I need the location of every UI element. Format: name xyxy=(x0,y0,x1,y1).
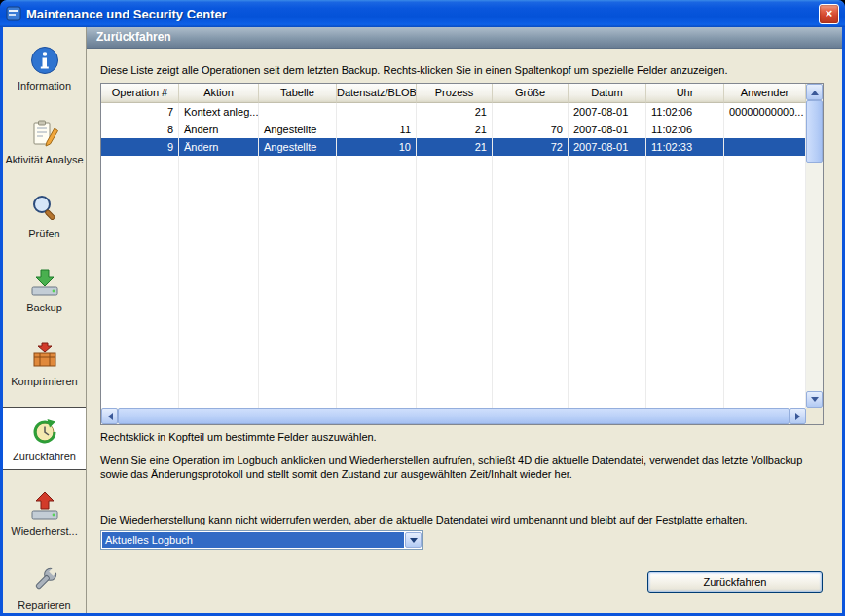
column-header-datensatz[interactable]: Datensatz/BLOB xyxy=(337,84,417,103)
table-cell: 2007-08-01 xyxy=(569,138,646,156)
column-header-anwender[interactable]: Anwender xyxy=(724,84,806,103)
scroll-left-button[interactable] xyxy=(101,408,118,424)
zurueckfahren-button[interactable]: Zurückfahren xyxy=(647,571,823,593)
arrow-up-icon xyxy=(811,87,819,95)
table-empty-area xyxy=(101,156,806,408)
info-icon xyxy=(28,44,61,77)
table-cell: 11:02:06 xyxy=(646,121,724,138)
sidebar-item-wiederherstellen[interactable]: Wiederherst... xyxy=(3,483,86,544)
column-header-prozess[interactable]: Prozess xyxy=(417,84,493,103)
column-header-aktion[interactable]: Aktion xyxy=(179,84,259,103)
table-cell: 2007-08-01 xyxy=(569,121,646,138)
table-cell: 8 xyxy=(101,121,179,138)
sidebar-item-reparieren[interactable]: Reparieren xyxy=(3,557,86,616)
vertical-scroll-thumb[interactable] xyxy=(806,100,823,163)
table-cell: 10 xyxy=(337,138,417,156)
description-text: Diese Liste zeigt alle Operationen seit … xyxy=(100,64,828,76)
table-cell: Angestellte xyxy=(259,121,337,138)
sidebar-item-aktivitaet-analyse[interactable]: Aktivität Analyse xyxy=(3,111,86,172)
table-cell: 7 xyxy=(101,103,179,121)
sidebar-item-label: Backup xyxy=(26,302,62,313)
title-bar: Maintenance und Security Center × xyxy=(0,0,845,27)
sidebar-item-komprimieren[interactable]: Komprimieren xyxy=(3,333,86,394)
header-hint-text: Rechtsklick in Kopfteil um bestimmte Fel… xyxy=(100,431,828,443)
rollback-icon xyxy=(28,415,61,448)
sidebar-item-label: Aktivität Analyse xyxy=(5,154,83,165)
vertical-scrollbar[interactable] xyxy=(806,84,823,408)
column-header-uhr[interactable]: Uhr xyxy=(646,84,724,103)
column-header-datum[interactable]: Datum xyxy=(569,84,646,103)
scroll-right-button[interactable] xyxy=(790,408,806,424)
column-header-groesse[interactable]: Größe xyxy=(493,84,569,103)
backup-icon xyxy=(28,266,61,299)
sidebar-item-label: Wiederherst... xyxy=(11,525,77,537)
table-cell: 2007-08-01 xyxy=(569,103,646,121)
sidebar-item-label: Information xyxy=(18,80,71,91)
restore-icon xyxy=(28,489,61,523)
repair-wrench-icon xyxy=(28,563,61,597)
page-title: Zurückfahren xyxy=(96,30,171,44)
window-title: Maintenance und Security Center xyxy=(26,7,814,21)
sidebar: Information Aktivität Analyse Prüfen Bac… xyxy=(3,27,87,613)
scroll-up-button[interactable] xyxy=(806,84,823,100)
scrollbar-corner xyxy=(806,408,823,424)
table-cell: 9 xyxy=(101,138,179,156)
sidebar-item-pruefen[interactable]: Prüfen xyxy=(3,185,86,246)
main-content: Zurückfahren Diese Liste zeigt alle Oper… xyxy=(87,27,842,613)
page-header: Zurückfahren xyxy=(87,27,842,49)
table-header-row: Operation # Aktion Tabelle Datensatz/BLO… xyxy=(101,84,806,103)
sidebar-item-label: Komprimieren xyxy=(11,376,77,387)
scroll-down-button[interactable] xyxy=(806,391,823,408)
app-icon xyxy=(6,6,21,21)
operations-table: Operation # Aktion Tabelle Datensatz/BLO… xyxy=(100,83,824,425)
table-cell: 11 xyxy=(337,121,417,138)
arrow-left-icon xyxy=(104,413,113,420)
column-header-tabelle[interactable]: Tabelle xyxy=(259,84,337,103)
table-cell: 21 xyxy=(417,121,493,138)
close-button[interactable]: × xyxy=(819,4,839,24)
compact-icon xyxy=(28,340,61,373)
table-cell xyxy=(724,138,806,156)
table-cell: 70 xyxy=(493,121,569,138)
table-cell xyxy=(724,121,806,138)
restore-warning-text: Die Wiederherstellung kann nicht widerru… xyxy=(100,513,832,526)
table-cell: 72 xyxy=(493,138,569,156)
chevron-down-icon xyxy=(410,538,418,547)
maintenance-security-window: Maintenance und Security Center × Inform… xyxy=(0,0,845,616)
arrow-right-icon xyxy=(795,413,804,420)
window-body: Information Aktivität Analyse Prüfen Bac… xyxy=(3,27,842,613)
table-cell xyxy=(337,103,417,121)
table-cell: 00000000000... xyxy=(724,103,806,121)
table-cell: 21 xyxy=(417,138,493,156)
column-header-operation[interactable]: Operation # xyxy=(101,84,179,103)
activity-analysis-icon xyxy=(28,118,61,151)
table-cell: Kontext anleg... xyxy=(179,103,259,121)
horizontal-scroll-thumb[interactable] xyxy=(118,408,790,424)
sidebar-item-information[interactable]: Information xyxy=(3,37,86,98)
table-cell: 11:02:06 xyxy=(646,103,724,121)
table-body: 7 Kontext anleg... 21 2007-08-01 11:02:0… xyxy=(101,103,806,408)
logbook-selected-value: Aktuelles Logbuch xyxy=(102,532,404,548)
sidebar-item-zurueckfahren[interactable]: Zurückfahren xyxy=(3,407,86,470)
table-cell: Angestellte xyxy=(259,138,337,156)
table-cell: 21 xyxy=(417,103,493,121)
restore-info-text: Wenn Sie eine Operation im Logbuch ankli… xyxy=(100,453,832,481)
table-cell: 11:02:33 xyxy=(646,138,724,156)
sidebar-item-label: Reparieren xyxy=(18,599,70,611)
logbook-select[interactable]: Aktuelles Logbuch xyxy=(100,530,423,550)
horizontal-scrollbar[interactable] xyxy=(101,408,806,424)
arrow-down-icon xyxy=(811,397,819,406)
table-row[interactable]: 8 Ändern Angestellte 11 21 70 2007-08-01… xyxy=(101,121,806,138)
sidebar-item-label: Zurückfahren xyxy=(13,451,76,462)
dropdown-arrow-button[interactable] xyxy=(405,532,422,548)
verify-magnifier-icon xyxy=(28,192,61,225)
sidebar-item-backup[interactable]: Backup xyxy=(3,259,86,320)
table-cell xyxy=(493,103,569,121)
table-cell xyxy=(259,103,337,121)
sidebar-item-label: Prüfen xyxy=(28,228,59,239)
table-row-selected[interactable]: 9 Ändern Angestellte 10 21 72 2007-08-01… xyxy=(101,138,806,156)
table-row[interactable]: 7 Kontext anleg... 21 2007-08-01 11:02:0… xyxy=(101,103,806,121)
table-cell: Ändern xyxy=(179,121,259,138)
table-cell: Ändern xyxy=(179,138,259,156)
close-icon: × xyxy=(826,6,833,20)
